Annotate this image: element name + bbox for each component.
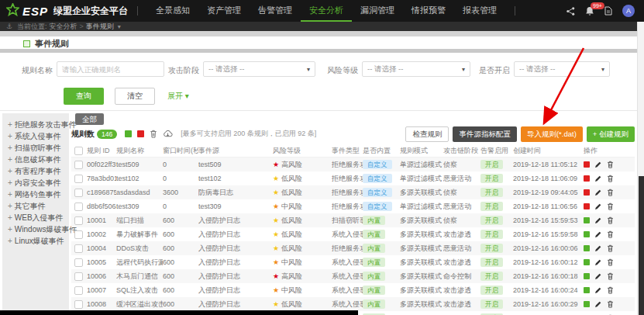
share-icon[interactable] [567,7,575,16]
select-all-checkbox[interactable] [74,147,83,155]
edit-icon[interactable] [594,258,602,266]
expand-plus-icon[interactable]: + [8,237,12,245]
status-square-icon[interactable] [584,203,590,209]
nav-item[interactable]: 全景感知 [147,0,198,20]
table-row[interactable]: 10007SQL注入攻击600入侵防护日志★中风险系统入侵事...内置多源关联模… [71,283,635,297]
nav-item[interactable]: 告警管理 [250,0,301,20]
table-row[interactable]: 10001端口扫描600入侵防护日志★低风险扫描窃听事...内置多源关联模式侦察… [71,213,635,227]
delete-icon[interactable] [607,244,614,252]
sidebar-item[interactable]: +Windows爆破事件 [2,223,69,235]
sidebar-item[interactable]: +内容安全事件 [2,177,69,189]
status-square-icon[interactable] [584,231,590,237]
sidebar-item[interactable]: +网络钓鱼事件 [2,189,69,200]
row-checkbox[interactable] [74,300,83,309]
row-checkbox[interactable] [74,244,83,253]
breadcrumb-section[interactable]: 安全分析 [50,22,77,32]
table-row[interactable]: 10006木马后门通信600入侵防护日志★高风险系统入侵事...内置多源关联模式… [71,269,635,283]
attack-stage-select[interactable]: -- 请选择 -- ▾ [203,61,315,77]
expand-plus-icon[interactable]: + [8,225,12,234]
import-rules-button[interactable]: 导入规则(*.dat) [521,126,583,142]
status-square-icon[interactable] [584,161,590,168]
nav-item[interactable]: 情报预警 [403,0,454,20]
edit-icon[interactable] [594,161,602,168]
sidebar-item[interactable]: +Linux爆破事件 [2,235,69,247]
export-cloud-icon[interactable] [163,130,173,138]
expand-plus-icon[interactable]: + [8,190,12,199]
sidebar-item[interactable]: +WEB入侵事件 [2,212,69,223]
check-rules-button[interactable]: 检查规则 [405,126,449,142]
sidebar-item[interactable]: +拒绝服务攻击事件 [2,119,69,130]
rule-name-input[interactable] [57,61,164,77]
delete-icon[interactable] [607,286,614,294]
document-icon[interactable] [604,6,612,16]
edit-icon[interactable] [594,272,602,280]
batch-delete-icon[interactable] [150,130,157,138]
avatar[interactable]: A [622,5,635,17]
edit-icon[interactable] [594,286,602,294]
row-checkbox[interactable] [74,230,83,239]
nav-item[interactable]: 安全分析 [301,0,352,22]
edit-icon[interactable] [594,175,602,182]
delete-icon[interactable] [607,230,614,238]
table-row[interactable]: 00f022ff355...test5090test509★高风险拒绝服务攻..… [71,158,635,171]
edit-icon[interactable] [594,216,602,224]
row-checkbox[interactable] [74,202,83,211]
delete-icon[interactable] [607,175,614,182]
table-row[interactable]: 78a3bd010f...test1020test102★低风险拒绝服务攻...… [71,171,635,185]
nav-item[interactable]: 漏洞管理 [352,0,403,20]
status-square-icon[interactable] [584,189,590,196]
create-rule-button[interactable]: + 创建规则 [587,126,635,142]
edit-icon[interactable] [594,189,602,196]
scrollbar-thumb[interactable] [639,176,644,315]
row-checkbox[interactable] [74,189,83,197]
row-checkbox[interactable] [74,272,83,281]
sidebar-item[interactable]: +系统入侵事件 [2,130,69,142]
status-square-icon[interactable] [584,287,590,293]
sidebar-item[interactable]: +其它事件 [2,200,69,212]
notification-bell-icon[interactable]: 99+ [585,6,594,16]
expand-plus-icon[interactable]: + [8,144,12,152]
delete-icon[interactable] [607,216,614,224]
row-checkbox[interactable] [74,175,83,183]
table-row[interactable]: d8b6f506a2...test3090test309★中风险拒绝服务攻...… [71,199,635,213]
tab-all[interactable]: 全部 [75,113,104,125]
status-square-icon[interactable] [584,175,590,182]
nav-item[interactable]: 报表管理 [454,0,505,20]
status-square-icon[interactable] [584,259,590,265]
expand-plus-icon[interactable]: + [8,132,12,140]
sidebar-item[interactable]: +信息破坏事件 [2,154,69,165]
expand-toggle[interactable]: 展开 ▾ [167,91,189,102]
chevron-down-icon[interactable]: ▾ [118,23,121,30]
risk-level-select[interactable]: -- 请选择 -- ▾ [362,61,470,77]
sidebar-item[interactable]: +有害程序事件 [2,165,69,177]
delete-icon[interactable] [607,202,614,210]
delete-icon[interactable] [607,161,614,168]
delete-icon[interactable] [607,300,614,308]
clear-button[interactable]: 清空 [115,88,155,105]
status-square-icon[interactable] [584,217,590,223]
table-row[interactable]: 10004DDoS攻击600入侵防护日志★低风险拒绝服务攻...内置多源关联模式… [71,241,635,255]
sidebar-item[interactable]: +扫描窃听事件 [2,142,69,154]
table-row[interactable]: 10002暴力破解事件600入侵防护日志★低风险系统入侵事...内置多源关联模式… [71,227,635,241]
expand-plus-icon[interactable]: + [8,178,12,187]
event-source-config-button[interactable]: 事件源指标配置 [453,126,517,142]
nav-item[interactable]: 资产管理 [198,0,250,20]
row-checkbox[interactable] [74,161,83,169]
expand-plus-icon[interactable]: + [8,120,12,129]
status-square-icon[interactable] [584,245,590,251]
expand-plus-icon[interactable]: + [8,155,12,164]
delete-icon[interactable] [607,272,614,280]
batch-enable-icon[interactable] [125,130,132,137]
edit-icon[interactable] [594,244,602,252]
table-row[interactable]: c1896875a4...asdasdasd3600防病毒日志★低风险拒绝服务攻… [71,185,635,199]
row-checkbox[interactable] [74,258,83,267]
expand-plus-icon[interactable]: + [8,202,12,210]
edit-icon[interactable] [594,202,602,210]
expand-plus-icon[interactable]: + [8,213,12,222]
row-checkbox[interactable] [74,286,83,295]
edit-icon[interactable] [594,230,602,238]
status-square-icon[interactable] [584,301,590,307]
vertical-scrollbar[interactable] [637,22,644,315]
table-row[interactable]: 10008缓冲区溢出攻击600入侵防护日志★低风险系统入侵事...内置多源关联模… [71,297,635,311]
row-checkbox[interactable] [74,216,83,225]
